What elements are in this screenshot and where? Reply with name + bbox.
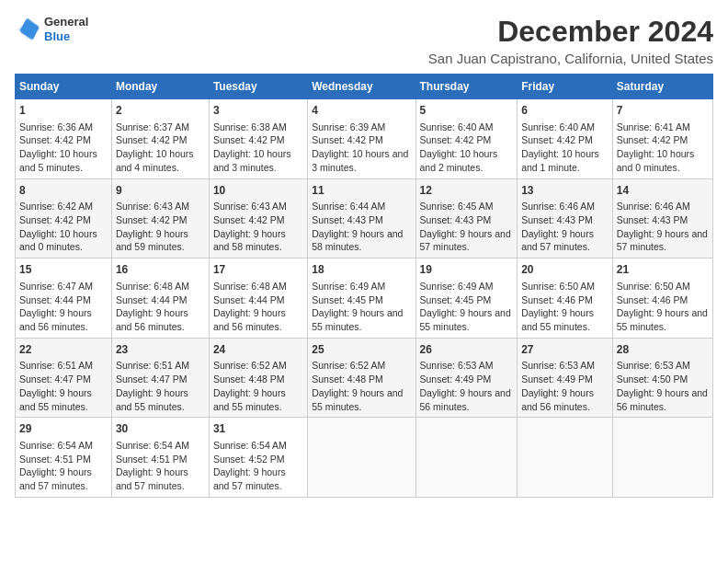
column-header-row: SundayMondayTuesdayWednesdayThursdayFrid… bbox=[16, 75, 713, 99]
subtitle: San Juan Capistrano, California, United … bbox=[428, 51, 713, 66]
cell-info: Sunrise: 6:40 AM bbox=[521, 121, 609, 134]
calendar-cell: 13Sunrise: 6:46 AMSunset: 4:43 PMDayligh… bbox=[518, 178, 613, 259]
calendar-cell: 3Sunrise: 6:38 AMSunset: 4:42 PMDaylight… bbox=[209, 99, 307, 179]
cell-info: Daylight: 9 hours and 58 minutes. bbox=[312, 227, 411, 254]
cell-info: Daylight: 9 hours and 55 minutes. bbox=[116, 386, 205, 413]
cell-info: Sunset: 4:42 PM bbox=[213, 213, 303, 227]
day-number: 27 bbox=[521, 342, 609, 358]
logo-text: General Blue bbox=[44, 15, 88, 43]
cell-info: Sunset: 4:42 PM bbox=[521, 133, 609, 147]
cell-info: Daylight: 10 hours and 3 minutes. bbox=[312, 147, 411, 174]
cell-info: Sunset: 4:47 PM bbox=[116, 373, 205, 386]
cell-info: Sunset: 4:50 PM bbox=[617, 373, 709, 386]
day-number: 17 bbox=[213, 262, 303, 278]
calendar-cell: 31Sunrise: 6:54 AMSunset: 4:52 PMDayligh… bbox=[209, 418, 307, 498]
week-row-1: 1Sunrise: 6:36 AMSunset: 4:42 PMDaylight… bbox=[16, 99, 713, 179]
cell-info: Sunset: 4:42 PM bbox=[116, 133, 205, 147]
cell-info: Sunrise: 6:37 AM bbox=[116, 121, 205, 134]
cell-info: Sunrise: 6:48 AM bbox=[116, 280, 205, 293]
cell-info: Sunset: 4:44 PM bbox=[213, 293, 303, 307]
cell-info: Sunset: 4:44 PM bbox=[19, 293, 108, 307]
cell-info: Sunrise: 6:43 AM bbox=[213, 200, 303, 213]
calendar-cell: 24Sunrise: 6:52 AMSunset: 4:48 PMDayligh… bbox=[209, 338, 307, 418]
cell-info: Sunrise: 6:53 AM bbox=[617, 359, 709, 373]
day-number: 6 bbox=[521, 103, 609, 119]
cell-info: Sunrise: 6:47 AM bbox=[19, 280, 108, 293]
calendar-cell: 7Sunrise: 6:41 AMSunset: 4:42 PMDaylight… bbox=[612, 99, 712, 179]
cell-info: Daylight: 10 hours and 1 minute. bbox=[521, 147, 609, 174]
week-row-3: 15Sunrise: 6:47 AMSunset: 4:44 PMDayligh… bbox=[16, 259, 713, 339]
cell-info: Sunset: 4:45 PM bbox=[312, 293, 411, 307]
col-header-thursday: Thursday bbox=[415, 75, 518, 99]
calendar-cell: 6Sunrise: 6:40 AMSunset: 4:42 PMDaylight… bbox=[518, 99, 613, 179]
cell-info: Daylight: 9 hours and 55 minutes. bbox=[19, 386, 108, 413]
cell-info: Daylight: 9 hours and 57 minutes. bbox=[116, 465, 205, 492]
cell-info: Daylight: 10 hours and 4 minutes. bbox=[116, 147, 205, 174]
day-number: 22 bbox=[19, 342, 108, 358]
day-number: 4 bbox=[312, 103, 411, 119]
calendar-cell: 2Sunrise: 6:37 AMSunset: 4:42 PMDaylight… bbox=[111, 99, 209, 179]
cell-info: Sunset: 4:43 PM bbox=[521, 213, 609, 227]
calendar-cell bbox=[308, 418, 415, 498]
cell-info: Sunset: 4:48 PM bbox=[312, 373, 411, 386]
day-number: 28 bbox=[617, 342, 709, 358]
day-number: 9 bbox=[116, 183, 205, 199]
day-number: 25 bbox=[312, 342, 411, 358]
cell-info: Daylight: 9 hours and 56 minutes. bbox=[116, 306, 205, 333]
cell-info: Sunrise: 6:39 AM bbox=[312, 121, 411, 134]
title-section: December 2024 San Juan Capistrano, Calif… bbox=[428, 15, 713, 66]
cell-info: Sunrise: 6:49 AM bbox=[420, 280, 514, 293]
page-header: General Blue December 2024 San Juan Capi… bbox=[15, 15, 713, 66]
calendar-cell: 12Sunrise: 6:45 AMSunset: 4:43 PMDayligh… bbox=[415, 178, 518, 259]
day-number: 11 bbox=[312, 183, 411, 199]
cell-info: Daylight: 10 hours and 2 minutes. bbox=[420, 147, 514, 174]
calendar-cell: 26Sunrise: 6:53 AMSunset: 4:49 PMDayligh… bbox=[415, 338, 518, 418]
cell-info: Sunrise: 6:54 AM bbox=[213, 439, 303, 453]
calendar-cell: 19Sunrise: 6:49 AMSunset: 4:45 PMDayligh… bbox=[415, 259, 518, 339]
cell-info: Sunset: 4:42 PM bbox=[617, 133, 709, 147]
cell-info: Sunrise: 6:46 AM bbox=[521, 200, 609, 213]
calendar-cell: 10Sunrise: 6:43 AMSunset: 4:42 PMDayligh… bbox=[209, 178, 307, 259]
cell-info: Daylight: 9 hours and 58 minutes. bbox=[213, 227, 303, 254]
day-number: 8 bbox=[19, 183, 108, 199]
day-number: 24 bbox=[213, 342, 303, 358]
cell-info: Sunrise: 6:49 AM bbox=[312, 280, 411, 293]
day-number: 20 bbox=[521, 262, 609, 278]
calendar-cell: 23Sunrise: 6:51 AMSunset: 4:47 PMDayligh… bbox=[111, 338, 209, 418]
calendar-cell: 16Sunrise: 6:48 AMSunset: 4:44 PMDayligh… bbox=[111, 259, 209, 339]
cell-info: Sunset: 4:43 PM bbox=[420, 213, 514, 227]
calendar-cell: 18Sunrise: 6:49 AMSunset: 4:45 PMDayligh… bbox=[308, 259, 415, 339]
cell-info: Sunrise: 6:46 AM bbox=[617, 200, 709, 213]
col-header-monday: Monday bbox=[111, 75, 209, 99]
cell-info: Sunrise: 6:51 AM bbox=[116, 359, 205, 373]
calendar-cell: 11Sunrise: 6:44 AMSunset: 4:43 PMDayligh… bbox=[308, 178, 415, 259]
calendar-cell: 5Sunrise: 6:40 AMSunset: 4:42 PMDaylight… bbox=[415, 99, 518, 179]
day-number: 13 bbox=[521, 183, 609, 199]
col-header-friday: Friday bbox=[518, 75, 613, 99]
cell-info: Daylight: 10 hours and 5 minutes. bbox=[19, 147, 108, 174]
logo-icon bbox=[15, 17, 40, 42]
cell-info: Sunrise: 6:44 AM bbox=[312, 200, 411, 213]
cell-info: Daylight: 9 hours and 57 minutes. bbox=[420, 227, 514, 254]
calendar-cell: 1Sunrise: 6:36 AMSunset: 4:42 PMDaylight… bbox=[16, 99, 112, 179]
svg-marker-4 bbox=[20, 17, 40, 40]
calendar-cell: 21Sunrise: 6:50 AMSunset: 4:46 PMDayligh… bbox=[612, 259, 712, 339]
day-number: 18 bbox=[312, 262, 411, 278]
cell-info: Sunset: 4:42 PM bbox=[312, 133, 411, 147]
day-number: 5 bbox=[420, 103, 514, 119]
cell-info: Daylight: 10 hours and 0 minutes. bbox=[617, 147, 709, 174]
cell-info: Sunrise: 6:53 AM bbox=[420, 359, 514, 373]
cell-info: Sunset: 4:51 PM bbox=[116, 453, 205, 466]
day-number: 21 bbox=[617, 262, 709, 278]
day-number: 19 bbox=[420, 262, 514, 278]
calendar-cell: 4Sunrise: 6:39 AMSunset: 4:42 PMDaylight… bbox=[308, 99, 415, 179]
cell-info: Sunrise: 6:43 AM bbox=[116, 200, 205, 213]
cell-info: Sunset: 4:48 PM bbox=[213, 373, 303, 386]
cell-info: Daylight: 10 hours and 3 minutes. bbox=[213, 147, 303, 174]
calendar-cell: 8Sunrise: 6:42 AMSunset: 4:42 PMDaylight… bbox=[16, 178, 112, 259]
col-header-sunday: Sunday bbox=[16, 75, 112, 99]
cell-info: Sunrise: 6:45 AM bbox=[420, 200, 514, 213]
day-number: 15 bbox=[19, 262, 108, 278]
cell-info: Daylight: 9 hours and 56 minutes. bbox=[617, 386, 709, 413]
cell-info: Sunset: 4:47 PM bbox=[19, 373, 108, 386]
